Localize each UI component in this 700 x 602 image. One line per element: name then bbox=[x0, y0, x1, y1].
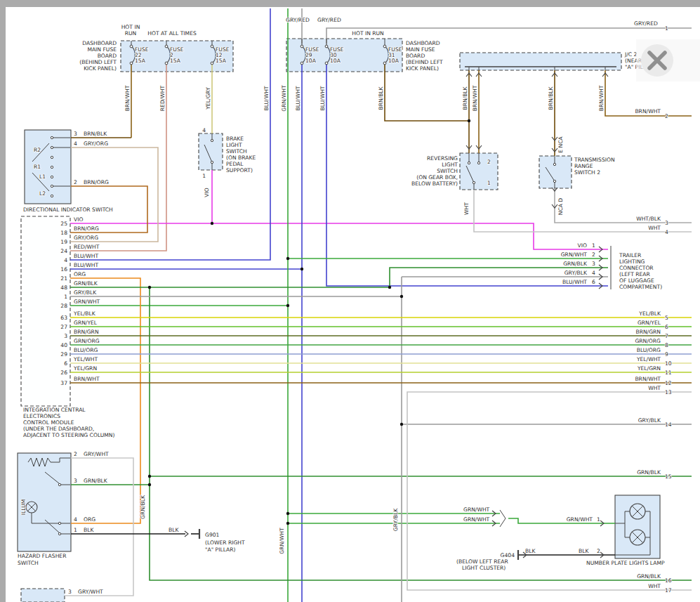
edge-number: 11 bbox=[665, 369, 672, 376]
junction-connector-2-box bbox=[460, 53, 621, 70]
module-pin-number: 37 bbox=[60, 380, 67, 386]
ground-caption: LIGHT CLUSTER) bbox=[462, 565, 506, 571]
wire-label: GRN/BLK bbox=[74, 280, 98, 287]
wire-label: VIO bbox=[204, 188, 210, 197]
pin-number: 2 bbox=[487, 159, 491, 165]
fuse-label: 15A bbox=[216, 58, 227, 64]
brake-caption: SWITCH bbox=[226, 148, 247, 155]
wire-label: GRN/WHT bbox=[567, 516, 593, 523]
contact-dot bbox=[553, 180, 555, 182]
module-pin-number: 63 bbox=[60, 315, 67, 321]
wire-label: ORG bbox=[84, 516, 95, 523]
wire-label: GRN/BLK bbox=[637, 469, 661, 476]
close-button[interactable] bbox=[636, 39, 700, 81]
fuse-label: 10A bbox=[388, 58, 399, 64]
fusebox-mid-caption: DASHBOARD bbox=[406, 40, 440, 46]
wire-label: BRN/BLK bbox=[378, 86, 384, 110]
pin-number: 6 bbox=[592, 279, 595, 285]
module-pin-number: 16 bbox=[60, 266, 67, 273]
wire-label: WHT bbox=[648, 385, 661, 391]
wire-label: GRN/WHT bbox=[74, 299, 100, 305]
top-scrollbar[interactable] bbox=[0, 0, 700, 7]
module-pin-number: 19 bbox=[60, 239, 67, 245]
transmission-range-switch-box bbox=[539, 156, 572, 188]
brake-caption: SUPPORT) bbox=[226, 167, 253, 174]
rev-caption: SWITCH bbox=[437, 168, 458, 174]
pin-number: 3 bbox=[68, 589, 72, 595]
contact-dot bbox=[51, 156, 53, 158]
wire-label: GRY/BLK bbox=[638, 417, 661, 424]
wire-label: BRN/WHT bbox=[635, 108, 661, 114]
wiring-diagram-canvas: HOT INRUNHOT AT ALL TIMESDASHBOARDMAIN F… bbox=[0, 0, 700, 602]
rev-caption: LIGHT bbox=[442, 162, 458, 168]
module-caption: ADJACENT TO STEERING COLUMN) bbox=[23, 432, 115, 438]
edge-number: 13 bbox=[665, 389, 672, 395]
wire-label: BLU/ORG bbox=[637, 347, 661, 353]
connector-label: NCA D bbox=[557, 198, 564, 216]
contact-label: R1 bbox=[34, 164, 41, 170]
wire-label: GRN/WHT bbox=[561, 251, 588, 258]
contact-label: R2 bbox=[34, 147, 41, 153]
wire-label: YEL/GRY bbox=[205, 87, 211, 110]
edge-number: 9 bbox=[665, 351, 668, 358]
trailer-caption: LIGHTING bbox=[619, 259, 645, 265]
pin-number: 4 bbox=[202, 127, 206, 133]
module-pin-number: 27 bbox=[60, 324, 67, 330]
junction-dot bbox=[286, 304, 289, 307]
wire-label: BLU/WHT bbox=[562, 279, 587, 285]
wire-label: BRN/BLK bbox=[462, 86, 468, 110]
ground-caption: "A" PILLAR) bbox=[205, 547, 236, 553]
fuse-terminal bbox=[325, 62, 328, 65]
wire-label: RED/WHT bbox=[74, 244, 100, 250]
fuse-label: 15A bbox=[135, 58, 146, 64]
contact-label: ILLUM bbox=[20, 499, 27, 515]
fusebox-left-caption: MAIN FUSE bbox=[87, 46, 117, 53]
wire-label: GRY/BLK bbox=[74, 289, 97, 296]
number-plate-lights-lamp-box bbox=[615, 495, 660, 558]
wire-label: GRY/RED bbox=[634, 20, 658, 27]
edge-number: 16 bbox=[665, 577, 672, 584]
contact-dot bbox=[58, 522, 60, 524]
edge-number: 3 bbox=[665, 220, 668, 226]
wire-label: BRN/WHT bbox=[598, 85, 605, 111]
wire-label: BLU/ORG bbox=[74, 347, 98, 353]
pin-number: 4 bbox=[74, 516, 77, 523]
edge-number: 17 bbox=[665, 587, 672, 594]
trailer-caption: TRAILER bbox=[619, 252, 642, 259]
contact-dot bbox=[58, 483, 60, 485]
edge-number: 7 bbox=[665, 333, 668, 339]
pin-number: 2 bbox=[74, 451, 77, 457]
contact-dot bbox=[473, 181, 475, 183]
rev-caption: (ON GEAR BOX, bbox=[416, 174, 458, 181]
module-pin-number: 40 bbox=[60, 342, 67, 348]
hazard-caption: SWITCH bbox=[18, 560, 39, 566]
module-pin-number: 1 bbox=[64, 294, 67, 300]
wire-label: WHT bbox=[463, 202, 470, 215]
junction-dot bbox=[286, 522, 289, 525]
module-pin-number: 28 bbox=[60, 303, 67, 309]
fuse-terminal bbox=[325, 45, 328, 48]
wire-label: BRN/GRN bbox=[74, 329, 99, 335]
wire-label: BRN/ORG bbox=[84, 179, 109, 185]
contact-dot bbox=[58, 532, 60, 535]
module-caption: INTEGRATION CENTRAL bbox=[23, 407, 86, 413]
wire-label: GRN/BLK bbox=[637, 573, 661, 580]
fuse-terminal bbox=[301, 62, 303, 65]
fusebox-left-caption: (BEHIND LEFT bbox=[79, 59, 117, 65]
wire-label: BLK bbox=[84, 527, 94, 533]
wire-label: BRN/BLK bbox=[548, 86, 554, 110]
edge-number: 12 bbox=[665, 380, 672, 386]
wire-label: GRY/BLK bbox=[392, 508, 399, 531]
wire-label: GRY/WHT bbox=[84, 451, 109, 457]
wire-label: GRY/BLK bbox=[564, 270, 588, 276]
wire-label: GRN/YEL bbox=[74, 320, 98, 326]
fusebox-mid-caption: KICK PANEL) bbox=[406, 65, 439, 72]
hot-in-run-left: HOT IN bbox=[121, 24, 140, 30]
contact-dot bbox=[51, 136, 53, 138]
pin-number: 3 bbox=[74, 478, 77, 484]
fuse-terminal bbox=[301, 45, 303, 48]
dir-switch-caption: DIRECTIONAL INDICATOR SWITCH bbox=[23, 207, 113, 213]
wire-label: RED/WHT bbox=[159, 85, 166, 111]
pin-number: 1 bbox=[592, 242, 595, 249]
brake-caption: PEDAL bbox=[226, 161, 244, 167]
